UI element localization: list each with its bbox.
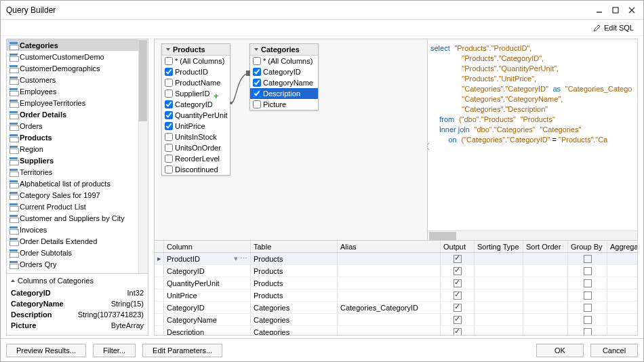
cell-output[interactable] (441, 265, 475, 277)
sql-horizontal-scrollbar[interactable] (428, 230, 637, 240)
field-row[interactable]: CategoryID (250, 66, 318, 77)
caret-up-icon[interactable] (11, 279, 15, 282)
table-list-item[interactable]: Orders (7, 120, 148, 132)
field-checkbox[interactable] (165, 165, 173, 174)
field-checkbox[interactable] (165, 133, 173, 141)
cell-sort-order[interactable] (523, 253, 568, 264)
cell-output[interactable] (441, 326, 475, 336)
field-checkbox[interactable] (165, 68, 173, 76)
grid-hdr-group-by[interactable]: Group By (568, 241, 607, 252)
cell-table[interactable]: Categories (251, 302, 338, 313)
groupby-checkbox[interactable] (584, 316, 592, 324)
table-list-item[interactable]: Customers (7, 74, 148, 85)
table-list-item[interactable]: CustomerCustomerDemo (7, 51, 148, 62)
cell-table[interactable]: Products (251, 277, 338, 289)
cell-sort-order[interactable] (523, 302, 568, 313)
grid-hdr-alias[interactable]: Alias (338, 241, 441, 252)
cell-sort-order[interactable] (523, 277, 568, 289)
field-row[interactable]: * (All Columns) (250, 56, 318, 66)
cell-sort-order[interactable] (523, 314, 568, 325)
field-row[interactable]: ReorderLevel (162, 153, 230, 164)
field-checkbox[interactable] (165, 79, 173, 87)
table-list-item[interactable]: Orders Qry (7, 258, 148, 270)
cell-sorting-type[interactable] (475, 289, 523, 301)
tables-list[interactable]: CategoriesCustomerCustomerDemoCustomerDe… (7, 39, 148, 270)
table-list-item[interactable]: Order Subtotals (7, 247, 148, 258)
cell-table[interactable]: Products (251, 253, 338, 264)
tables-scrollbar-thumb[interactable] (139, 40, 147, 121)
cell-column[interactable]: QuantityPerUnit (164, 277, 251, 289)
grid-hdr-table[interactable]: Table (251, 241, 338, 252)
table-list-item[interactable]: Current Product List (7, 201, 148, 212)
dropdown-icon[interactable]: ▾ ⋯ (234, 254, 247, 263)
table-list-item[interactable]: Category Sales for 1997 (7, 189, 148, 201)
cell-alias[interactable]: Categories_CategoryID (338, 302, 441, 313)
cell-column[interactable]: CategoryID (164, 265, 251, 277)
edit-sql-button[interactable]: Edit SQL (590, 22, 637, 33)
edit-parameters-button[interactable]: Edit Parameters... (142, 344, 222, 357)
cell-aggregate[interactable] (607, 314, 638, 325)
preview-results-button[interactable]: Preview Results... (6, 344, 86, 357)
field-checkbox[interactable] (165, 111, 173, 119)
cell-group-by[interactable] (568, 302, 607, 313)
groupby-checkbox[interactable] (584, 279, 592, 287)
output-checkbox[interactable] (454, 304, 462, 312)
groupby-checkbox[interactable] (584, 291, 592, 300)
cell-sort-order[interactable] (523, 265, 568, 277)
field-checkbox[interactable] (165, 89, 173, 98)
table-list-item[interactable]: Order Details Extended (7, 235, 148, 247)
field-checkbox[interactable] (253, 57, 261, 65)
field-checkbox[interactable] (165, 122, 173, 130)
output-checkbox[interactable] (454, 316, 462, 324)
cell-aggregate[interactable] (607, 253, 638, 264)
field-row[interactable]: ProductName (162, 77, 230, 88)
table-list-item[interactable]: Order Details (7, 108, 148, 120)
output-checkbox[interactable] (454, 255, 462, 263)
table-list-item[interactable]: Territories (7, 166, 148, 178)
maximize-button[interactable] (609, 4, 622, 16)
cell-alias[interactable] (338, 265, 441, 277)
cell-output[interactable] (441, 302, 475, 313)
cancel-button[interactable]: Cancel (590, 344, 638, 357)
cell-sorting-type[interactable] (475, 277, 523, 289)
diagram-table-products[interactable]: Products * (All Columns)ProductIDProduct… (161, 43, 230, 176)
cell-sorting-type[interactable] (475, 326, 523, 336)
cell-sorting-type[interactable] (475, 314, 523, 325)
field-row[interactable]: Discontinued (162, 164, 230, 175)
field-row[interactable]: UnitsOnOrder (162, 142, 230, 153)
cell-group-by[interactable] (568, 253, 607, 264)
field-checkbox[interactable] (165, 100, 173, 108)
diagram-table-categories[interactable]: Categories * (All Columns)CategoryIDCate… (249, 43, 319, 110)
grid-hdr-column[interactable]: Column (164, 241, 251, 252)
cell-table[interactable]: Products (251, 265, 338, 277)
cell-output[interactable] (441, 314, 475, 325)
field-row[interactable]: Picture (250, 99, 318, 110)
cell-sorting-type[interactable] (475, 253, 523, 264)
minimize-button[interactable] (593, 4, 605, 16)
add-field-icon[interactable]: + (214, 91, 219, 101)
groupby-checkbox[interactable] (584, 328, 592, 336)
grid-row[interactable]: DescriptionCategories (155, 326, 637, 336)
cell-column[interactable]: UnitPrice (164, 289, 251, 301)
cell-aggregate[interactable] (607, 326, 638, 336)
cell-group-by[interactable] (568, 289, 607, 301)
field-checkbox[interactable] (253, 79, 261, 87)
filter-button[interactable]: Filter... (93, 344, 136, 357)
grid-hdr-aggregate[interactable]: Aggregate (607, 241, 638, 252)
field-row[interactable]: Description (250, 88, 318, 99)
cell-alias[interactable] (338, 277, 441, 289)
cell-sort-order[interactable] (523, 289, 568, 301)
grid-hdr-sort-order[interactable]: Sort Order (523, 241, 568, 252)
criteria-grid[interactable]: Column Table Alias Output Sorting Type S… (154, 241, 638, 336)
splitter-handle[interactable] (427, 140, 431, 153)
field-checkbox[interactable] (165, 155, 173, 163)
table-list-item[interactable]: Customer and Suppliers by City (7, 212, 148, 224)
table-list-item[interactable]: EmployeeTerritories (7, 97, 148, 108)
grid-row[interactable]: ▸ProductID▾ ⋯Products (155, 253, 637, 265)
groupby-checkbox[interactable] (584, 255, 592, 263)
field-checkbox[interactable] (165, 144, 173, 152)
field-row[interactable]: UnitsInStock (162, 132, 230, 142)
cell-sorting-type[interactable] (475, 265, 523, 277)
field-checkbox[interactable] (253, 68, 261, 76)
cell-alias[interactable] (338, 314, 441, 325)
